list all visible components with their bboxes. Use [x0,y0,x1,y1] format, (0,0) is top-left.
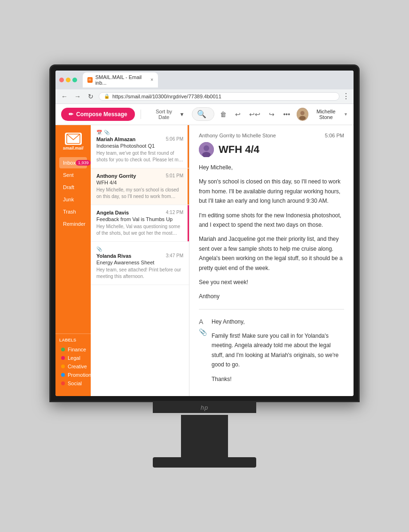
email-2-preview: Hey Michelle, my son's school is closed … [96,187,183,200]
svg-point-5 [204,145,209,151]
address-bar[interactable]: 🔒 https://smail.mail/10300/nrgdrive/7738… [99,92,339,101]
secure-icon: 🔒 [104,94,110,99]
refresh-button[interactable]: ↻ [86,91,96,102]
email-4-preview: Hey team, see attached! Print before our… [96,267,183,280]
sidebar: smail.mail Inbox 1,939 Sent Draft [55,125,91,396]
email-1-icons: 📅 📎 [96,130,183,135]
maximize-window-button[interactable] [72,78,77,82]
sort-button[interactable]: Sort by Date ▼ [147,107,189,122]
label-promotional[interactable]: Promotional [59,371,87,379]
email-1-header: Mariah Almazan 5:06 PM [96,136,183,142]
sidebar-item-reminder[interactable]: Reminder [59,218,87,230]
sidebar-item-inbox[interactable]: Inbox 1,939 [59,157,87,168]
reminder-label: Reminder [63,221,86,227]
label-social[interactable]: Social [59,379,87,388]
monitor-stand: hp [153,402,256,468]
reply-attachment-icon: 📎 [199,328,207,336]
reply-icons: A 📎 [199,317,207,389]
email-4-sender: Yolanda Rivas [96,253,131,259]
label-creative[interactable]: Creative [59,362,87,371]
legal-dot [61,356,65,360]
email-item-1[interactable]: 📅 📎 Mariah Almazan 5:06 PM Indonesia Pho… [91,125,189,168]
attachment-icon-4: 📎 [96,246,102,252]
email-1-priority [188,125,189,168]
reply-p2: Thanks! [212,374,344,384]
email-3-time: 4:12 PM [166,210,183,215]
sidebar-item-sent[interactable]: Sent [59,169,87,181]
email-1-time: 5:06 PM [166,136,183,142]
email-2-time: 5:01 PM [166,173,183,178]
reply-section: A 📎 Hey Anthony, Family first! Make sure… [199,317,344,389]
smail-logo: smail.mail [55,130,91,153]
sort-label: Sort by Date [150,109,178,120]
sidebar-nav: Inbox 1,939 Sent Draft Junk [55,157,91,332]
email-1-preview: Hey team, we've got the first round of s… [96,150,183,163]
email-view-header: Anthony Gorrity to Michelle Stone 5:06 P… [199,133,344,157]
sidebar-item-draft[interactable]: Draft [59,182,87,193]
tab-title: SMAIL.MAIL - Email inb... [95,74,148,86]
hp-logo: hp [153,402,256,413]
sidebar-labels: Labels Finance Legal Creat [55,333,91,391]
creative-dot [61,365,65,368]
body-p4: See you next week! [199,278,344,287]
body-p3: Mariah and Jacqueline got me their prior… [199,234,344,273]
delete-button[interactable]: 🗑 [218,109,228,120]
svg-point-1 [300,111,305,115]
forward-button[interactable]: → [72,91,83,102]
forward-email-button[interactable]: ↪ [267,109,276,120]
email-item-3[interactable]: Angela Davis 4:12 PM Feedback from Val i… [91,205,189,242]
finance-label: Finance [68,347,86,352]
avatar [297,108,308,121]
compose-label: Compose Message [76,111,127,118]
email-divider [199,309,344,310]
email-view-meta: Anthony Gorrity to Michelle Stone 5:06 P… [199,133,344,138]
email-2-subject: WFH 4/4 [96,180,183,185]
email-view-time: 5:06 PM [325,133,344,138]
email-2-header: Anthony Gorrity 5:01 PM [96,173,183,179]
email-view-subject-row: WFH 4/4 [199,142,344,157]
inbox-label: Inbox [63,160,76,166]
compose-button[interactable]: ✏ Compose Message [61,108,135,121]
sender-avatar [199,142,214,157]
search-icon: 🔍 [197,110,206,119]
reply-button[interactable]: ↩ [233,109,243,120]
email-item-4[interactable]: 📎 Yolanda Rivas 3:47 PM Energy Awareness… [91,242,189,285]
reply-all-button[interactable]: ↩↩ [247,109,262,120]
logo-text: smail.mail [63,146,84,151]
body-signature: Anthony [199,292,344,301]
sidebar-item-junk[interactable]: Junk [59,194,87,205]
close-window-button[interactable] [59,78,64,82]
email-body: Hey Michelle, My son's school is closed … [199,163,344,302]
browser-tab[interactable]: ✉ SMAIL.MAIL - Email inb... × [83,72,158,87]
more-options-button[interactable]: ••• [281,109,292,120]
main-content: smail.mail Inbox 1,939 Sent Draft [55,125,354,396]
label-legal[interactable]: Legal [59,354,87,362]
labels-title: Labels [59,338,87,342]
email-item-2[interactable]: Anthony Gorrity 5:01 PM WFH 4/4 Hey Mich… [91,168,189,205]
browser-addressbar: ← → ↻ 🔒 https://smail.mail/10300/nrgdriv… [55,89,354,103]
email-3-preview: Hey Michelle, Val was questioning some o… [96,223,183,237]
search-box[interactable]: 🔍 [192,107,214,121]
tab-close-icon[interactable]: × [150,77,153,82]
reply-greeting: Hey Anthony, [212,317,344,326]
junk-label: Junk [63,197,74,202]
label-finance[interactable]: Finance [59,345,87,354]
browser-chrome: ✉ SMAIL.MAIL - Email inb... × ← → ↻ 🔒 ht… [55,71,354,104]
finance-dot [61,348,65,351]
email-3-header: Angela Davis 4:12 PM [96,210,183,215]
email-view-subject: WFH 4/4 [219,143,260,156]
email-1-subject: Indonesia Photoshoot Q1 [96,143,183,149]
back-button[interactable]: ← [59,91,70,102]
email-list: 📅 📎 Mariah Almazan 5:06 PM Indonesia Pho… [91,125,189,396]
email-1-sender: Mariah Almazan [96,136,135,142]
draft-label: Draft [63,184,74,190]
user-avatar-button[interactable]: Michelle Stone ▼ [297,108,348,121]
url-text: https://smail.mail/10300/nrgdrive/77389.… [112,94,221,99]
sidebar-item-trash[interactable]: Trash [59,206,87,217]
attachment-icon: 📎 [104,130,110,135]
minimize-window-button[interactable] [66,78,71,82]
calendar-icon: 📅 [96,130,102,135]
inbox-count: 1,939 [76,160,91,166]
browser-more-button[interactable]: ⋮ [342,92,350,101]
legal-label: Legal [68,355,80,361]
